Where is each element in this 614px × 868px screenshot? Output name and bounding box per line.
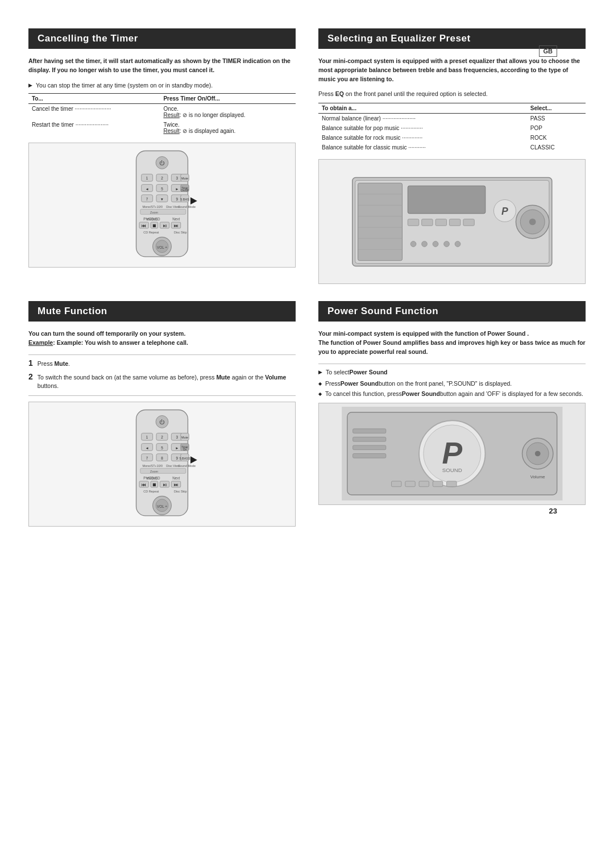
section-cancelling-timer: Cancelling the Timer After having set th… xyxy=(28,23,296,295)
svg-text:►: ► xyxy=(175,186,179,190)
svg-text:Previous: Previous xyxy=(143,476,157,480)
svg-text:3: 3 xyxy=(176,176,179,180)
svg-rect-65 xyxy=(408,186,486,214)
table-row: Balance suitable for classic music ·····… xyxy=(318,143,586,152)
table-row: Restart the timer ····················· … xyxy=(28,120,296,136)
restart-result: Result: ⊘ is displayed again. xyxy=(163,128,235,134)
svg-text:⏯: ⏯ xyxy=(163,482,167,487)
svg-text:7: 7 xyxy=(146,456,148,460)
power-sound-device-image: P SOUND Volume xyxy=(318,403,586,505)
svg-text:On: On xyxy=(183,448,187,451)
svg-text:Previous: Previous xyxy=(143,217,157,221)
svg-point-74 xyxy=(443,241,449,247)
svg-rect-142 xyxy=(405,481,415,487)
svg-point-73 xyxy=(433,241,438,247)
step-2-content: To switch the sound back on (at the same… xyxy=(38,373,296,391)
mute-step-2: 2 To switch the sound back on (at the sa… xyxy=(28,373,296,391)
section-title-cancelling: Cancelling the Timer xyxy=(28,28,296,49)
svg-text:Sound Mode: Sound Mode xyxy=(178,464,196,468)
page-number: 23 xyxy=(549,507,557,515)
svg-text:⏹: ⏹ xyxy=(152,223,156,228)
svg-point-71 xyxy=(410,241,416,247)
svg-point-72 xyxy=(421,241,427,247)
svg-rect-53 xyxy=(358,183,402,261)
restart-press: Twice. Result: ⊘ is displayed again. xyxy=(160,120,296,136)
svg-text:P: P xyxy=(501,206,508,217)
svg-rect-68 xyxy=(435,219,447,226)
table-col1-header: To... xyxy=(28,93,160,103)
power-sound-divider xyxy=(318,364,586,364)
cancelling-arrow-note: You can stop the timer at any time (syst… xyxy=(28,82,296,89)
svg-rect-143 xyxy=(419,481,429,487)
step-number-2: 2 xyxy=(28,372,33,381)
stereo-system-image: P xyxy=(318,159,586,284)
svg-point-62 xyxy=(529,218,536,225)
svg-text:1: 1 xyxy=(146,176,148,180)
svg-text:5: 5 xyxy=(161,186,163,190)
eq-row-2-value: POP xyxy=(527,123,586,133)
svg-point-135 xyxy=(535,451,541,457)
svg-rect-137 xyxy=(352,429,385,433)
svg-rect-144 xyxy=(433,481,442,487)
mute-intro-bold: You can turn the sound off temporarily o… xyxy=(28,330,185,337)
cancel-action: Cancel the timer ······················· xyxy=(28,103,160,120)
svg-text:7: 7 xyxy=(146,197,148,201)
svg-text:9: 9 xyxy=(176,456,179,460)
svg-text:⏻: ⏻ xyxy=(160,419,165,425)
eq-row-4-desc: Balance suitable for classic music ·····… xyxy=(318,143,527,152)
svg-rect-109 xyxy=(140,468,186,473)
svg-rect-67 xyxy=(421,219,433,226)
remote-control-image-2: ⏻ 1 2 3 Mute ◄ 5 ► Timer xyxy=(28,402,296,527)
svg-text:⏻: ⏻ xyxy=(160,160,165,166)
section-equalizer: Selecting an Equalizer Preset Your mini-… xyxy=(318,23,586,295)
svg-rect-139 xyxy=(352,445,385,450)
equalizer-table: To obtain a... Select... Normal balance … xyxy=(318,103,586,152)
svg-rect-138 xyxy=(352,437,385,441)
svg-text:2: 2 xyxy=(161,435,163,439)
svg-rect-69 xyxy=(449,219,460,226)
svg-text:9: 9 xyxy=(176,197,179,201)
svg-text:CD Repeat: CD Repeat xyxy=(143,231,159,234)
svg-text:5: 5 xyxy=(161,446,163,450)
mute-divider-bottom xyxy=(28,395,296,396)
svg-text:Disc Skip: Disc Skip xyxy=(174,490,187,493)
svg-text:Next: Next xyxy=(172,476,180,480)
svg-text:P: P xyxy=(442,436,462,470)
svg-text:+10/0: +10/0 xyxy=(155,205,163,208)
section-title-mute: Mute Function xyxy=(28,301,296,322)
cancel-press: Once. Result: ⊘ is no longer displayed. xyxy=(160,103,296,120)
power-sound-diamond-1: Press Power Sound button on the front pa… xyxy=(318,380,586,387)
svg-text:Mono/ST: Mono/ST xyxy=(142,464,155,468)
svg-text:Mute: Mute xyxy=(181,436,188,439)
eq-row-2-desc: Balance suitable for pop music ·········… xyxy=(318,123,527,133)
eq-row-1-value: PASS xyxy=(527,114,586,124)
power-sound-intro: Your mini-compact system is equipped wit… xyxy=(318,329,586,356)
svg-text:⏮: ⏮ xyxy=(142,482,146,487)
svg-text:VOL +: VOL + xyxy=(157,245,167,249)
table-row: Balance suitable for rock music ········… xyxy=(318,133,586,143)
restart-action: Restart the timer ····················· xyxy=(28,120,160,136)
svg-point-75 xyxy=(455,241,460,247)
svg-text:SOUND: SOUND xyxy=(442,467,462,473)
step-number-1: 1 xyxy=(28,358,33,368)
svg-rect-141 xyxy=(391,481,401,487)
svg-text:3: 3 xyxy=(176,435,179,439)
svg-text:Disc Skip: Disc Skip xyxy=(174,231,187,234)
svg-text:CD Repeat: CD Repeat xyxy=(143,490,159,493)
table-row: Cancel the timer ·······················… xyxy=(28,103,296,120)
eq-row-1-desc: Normal balance (linear) ················… xyxy=(318,114,527,124)
svg-text:▼: ▼ xyxy=(160,197,164,201)
table-row: Normal balance (linear) ················… xyxy=(318,114,586,124)
equalizer-intro: Your mini-compact system is equipped wit… xyxy=(318,57,586,84)
svg-text:◄: ◄ xyxy=(145,446,148,450)
cancelling-steps-table: To... Press Timer On/Off... Cancel the t… xyxy=(28,93,296,136)
remote-control-image: ⏻ 1 2 3 Mute ◄ 5 ► T xyxy=(28,143,296,268)
mute-intro: You can turn the sound off temporarily o… xyxy=(28,329,296,348)
svg-rect-145 xyxy=(446,481,456,487)
cancelling-intro: After having set the timer, it will star… xyxy=(28,57,296,75)
table-row: Balance suitable for pop music ·········… xyxy=(318,123,586,133)
section-power-sound: Power Sound Function Your mini-compact s… xyxy=(318,295,586,538)
step-1-content: Press Mute. xyxy=(38,360,296,369)
svg-text:⏮: ⏮ xyxy=(142,223,146,228)
svg-text:◄: ◄ xyxy=(145,186,148,190)
